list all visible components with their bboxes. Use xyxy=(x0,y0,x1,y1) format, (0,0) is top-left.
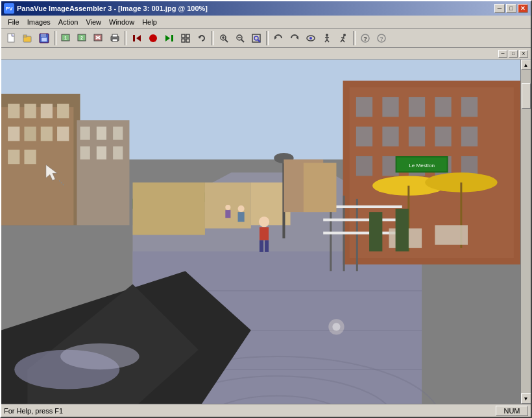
menu-window[interactable]: Window xyxy=(105,17,138,27)
toolbar: 1 2 xyxy=(1,29,531,48)
img1-button[interactable]: 1 xyxy=(58,30,74,46)
svg-rect-86 xyxy=(409,97,425,117)
svg-text:2: 2 xyxy=(80,36,83,40)
sep5 xyxy=(353,31,356,45)
view-mode-button[interactable] xyxy=(303,30,319,46)
svg-point-127 xyxy=(225,205,230,210)
fit-button[interactable] xyxy=(248,30,264,46)
svg-point-40 xyxy=(326,34,328,36)
inner-close[interactable]: ✕ xyxy=(519,50,528,58)
img2-button[interactable]: 2 xyxy=(75,30,90,46)
svg-line-49 xyxy=(343,40,345,42)
svg-rect-84 xyxy=(356,97,372,117)
scroll-track[interactable] xyxy=(521,70,531,393)
undo-button[interactable] xyxy=(271,30,286,46)
svg-rect-2 xyxy=(23,35,27,37)
scroll-up-button[interactable]: ▲ xyxy=(521,60,531,70)
close-img-button[interactable] xyxy=(91,30,106,46)
svg-rect-117 xyxy=(369,212,382,251)
menu-help[interactable]: Help xyxy=(138,17,161,27)
next-button[interactable] xyxy=(162,30,177,46)
svg-line-47 xyxy=(341,38,345,38)
svg-rect-62 xyxy=(24,126,36,141)
svg-rect-66 xyxy=(24,150,36,164)
inner-maximize[interactable]: □ xyxy=(509,50,518,58)
status-help-text: For Help, press F1 xyxy=(4,407,496,415)
save-button[interactable] xyxy=(36,30,52,46)
svg-rect-91 xyxy=(409,126,425,146)
svg-rect-59 xyxy=(41,104,53,118)
svg-point-139 xyxy=(332,323,340,331)
svg-rect-101 xyxy=(133,183,205,235)
svg-rect-23 xyxy=(182,39,185,42)
svg-rect-65 xyxy=(8,150,19,164)
run-button[interactable] xyxy=(335,30,351,46)
svg-rect-14 xyxy=(112,34,117,37)
title-bar-left: PV PanaVue ImageAssembler 3 - [Image 3: … xyxy=(4,3,208,14)
sep2 xyxy=(125,31,127,45)
svg-rect-118 xyxy=(396,209,409,251)
title-bar: PV PanaVue ImageAssembler 3 - [Image 3: … xyxy=(1,1,531,16)
svg-rect-107 xyxy=(356,199,358,271)
app-icon: PV xyxy=(4,3,14,14)
maximize-button[interactable]: □ xyxy=(506,4,516,13)
svg-text:?: ? xyxy=(363,36,367,42)
svg-rect-58 xyxy=(24,104,36,118)
svg-rect-60 xyxy=(57,104,69,118)
svg-rect-16 xyxy=(133,35,135,41)
svg-rect-69 xyxy=(97,126,106,139)
scroll-down-button[interactable]: ▼ xyxy=(521,393,531,404)
svg-rect-93 xyxy=(461,126,478,146)
walk-button[interactable] xyxy=(319,30,335,46)
svg-rect-94 xyxy=(356,156,372,176)
menu-action[interactable]: Action xyxy=(54,17,82,27)
svg-rect-116 xyxy=(435,225,468,244)
svg-rect-22 xyxy=(186,34,189,38)
menu-images[interactable]: Images xyxy=(23,17,54,27)
svg-rect-64 xyxy=(57,126,69,141)
svg-point-45 xyxy=(343,34,346,36)
scroll-thumb[interactable] xyxy=(522,83,531,109)
grid-button[interactable] xyxy=(178,30,193,46)
zoom-out-button[interactable] xyxy=(232,30,248,46)
svg-line-31 xyxy=(241,40,244,42)
svg-rect-85 xyxy=(382,97,398,117)
svg-rect-21 xyxy=(182,34,185,38)
svg-rect-5 xyxy=(42,38,47,41)
window-title: PanaVue ImageAssembler 3 - [Image 3: 001… xyxy=(17,5,208,12)
stop-button[interactable] xyxy=(145,30,161,46)
sep1 xyxy=(54,31,56,45)
svg-rect-70 xyxy=(113,126,123,139)
svg-rect-122 xyxy=(260,227,269,240)
rotate-button[interactable] xyxy=(194,30,210,46)
svg-point-121 xyxy=(259,216,269,227)
svg-point-39 xyxy=(309,37,312,40)
title-buttons: ─ □ ✕ xyxy=(494,4,528,13)
minimize-button[interactable]: ─ xyxy=(494,4,505,13)
svg-rect-124 xyxy=(265,240,269,252)
svg-rect-109 xyxy=(323,218,402,221)
menu-file[interactable]: File xyxy=(4,17,23,27)
prev-button[interactable] xyxy=(129,30,145,46)
sep4 xyxy=(266,31,269,45)
menu-view[interactable]: View xyxy=(82,17,105,27)
svg-rect-123 xyxy=(260,240,263,252)
open-button[interactable] xyxy=(20,30,36,46)
svg-rect-88 xyxy=(461,97,478,117)
svg-rect-89 xyxy=(356,126,372,146)
print-button[interactable] xyxy=(107,30,123,46)
inner-minimize[interactable]: ─ xyxy=(498,50,507,58)
new-button[interactable] xyxy=(4,30,19,46)
close-button[interactable]: ✕ xyxy=(518,4,528,13)
redo-button[interactable] xyxy=(287,30,302,46)
svg-point-132 xyxy=(60,343,139,370)
canvas-area[interactable]: Le Mestlon xyxy=(1,60,520,404)
about-button[interactable]: ? xyxy=(374,30,389,46)
main-area: Le Mestlon ▲ ▼ xyxy=(1,60,531,404)
zoom-in-button[interactable] xyxy=(216,30,232,46)
svg-rect-137 xyxy=(304,163,337,212)
help-button[interactable]: ? xyxy=(357,30,373,46)
svg-rect-128 xyxy=(225,210,230,218)
svg-rect-4 xyxy=(41,34,46,37)
svg-rect-57 xyxy=(8,104,19,118)
